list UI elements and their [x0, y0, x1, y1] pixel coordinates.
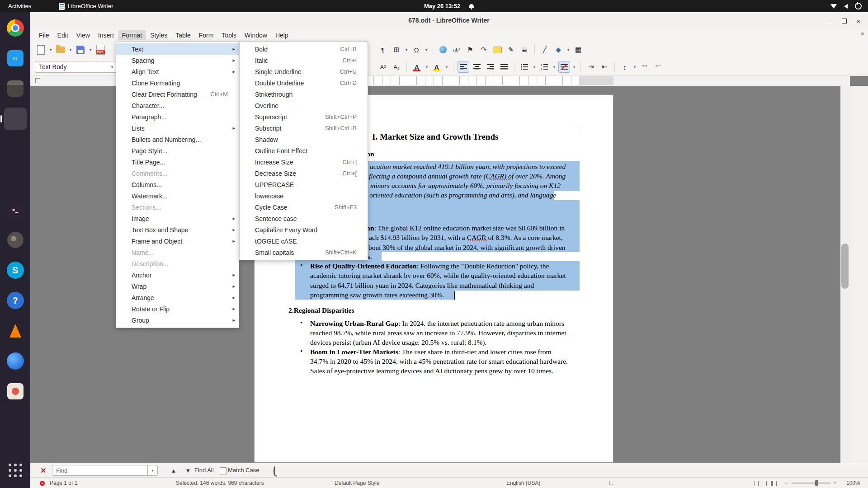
unordered-list-button[interactable] — [519, 61, 530, 73]
tab-stop-selector[interactable] — [35, 78, 40, 83]
zoom-slider-track[interactable] — [792, 483, 830, 483]
show-track-changes-button[interactable]: ≣ — [519, 44, 530, 56]
decrease-paragraph-spacing-button[interactable]: ≡⁻ — [652, 61, 664, 73]
new-document-button[interactable] — [35, 44, 47, 56]
text-submenu-item[interactable]: Decrease Size Ctrl+[ — [240, 168, 368, 179]
activities-button[interactable]: Activities — [8, 0, 31, 12]
format-menu-item[interactable]: Group — [116, 314, 239, 326]
text-submenu-item[interactable]: Superscript Shift+Ctrl+P — [240, 111, 368, 122]
insert-special-character-button[interactable]: Ω — [410, 44, 422, 56]
sidebar-page-icon[interactable] — [852, 180, 867, 195]
formatting-marks-button[interactable]: ¶ — [377, 44, 389, 56]
menu-view[interactable]: View — [72, 30, 94, 40]
insert-hyperlink-button[interactable] — [437, 44, 449, 56]
open-button[interactable] — [55, 44, 66, 56]
justify-button[interactable] — [498, 61, 510, 73]
text-submenu-item[interactable]: Shadow — [240, 134, 368, 145]
maximize-button[interactable] — [839, 16, 849, 26]
menu-window[interactable]: Window — [241, 30, 271, 40]
sidebar-inspector-icon[interactable] — [852, 199, 867, 213]
system-tray[interactable] — [830, 0, 862, 12]
zoom-level[interactable]: 100% — [846, 478, 860, 488]
text-submenu-item[interactable]: Single Underline Ctrl+U — [240, 66, 368, 77]
single-page-view-button[interactable] — [755, 478, 760, 488]
text-submenu-item[interactable]: Bold Ctrl+B — [240, 43, 368, 55]
document-close-icon[interactable]: × — [860, 30, 864, 38]
superscript-button[interactable]: A² — [377, 61, 389, 73]
highlight-color-dropdown[interactable]: ▾ — [444, 65, 449, 69]
line-spacing-dropdown[interactable]: ▾ — [632, 65, 637, 69]
zoom-in-button[interactable]: + — [833, 478, 836, 488]
format-menu-item[interactable]: Title Page... — [116, 156, 239, 168]
text-submenu-item[interactable]: Increase Size Ctrl+] — [240, 156, 368, 168]
text-submenu-item[interactable]: UPPERCASE — [240, 179, 368, 190]
insert-bookmark-button[interactable]: ⚑ — [464, 44, 476, 56]
dock-browser-icon[interactable] — [4, 350, 27, 372]
word-count[interactable]: Selected: 146 words, 969 characters — [176, 478, 264, 488]
find-previous-button[interactable]: ▲ — [168, 465, 179, 475]
format-menu-item[interactable]: Rotate or Flip — [116, 303, 239, 314]
special-character-dropdown[interactable]: ▾ — [424, 48, 429, 52]
find-all-button[interactable]: Find All — [194, 463, 214, 478]
text-submenu-item[interactable]: Double Underline Ctrl+D — [240, 77, 368, 89]
text-submenu-item[interactable]: Italic Ctrl+I — [240, 55, 368, 66]
find-and-replace-button[interactable] — [274, 467, 275, 475]
dock-software-icon[interactable] — [4, 380, 27, 403]
text-submenu-item[interactable]: Overline — [240, 100, 368, 111]
format-menu-item[interactable]: Text — [116, 43, 239, 55]
format-menu-item[interactable]: Bullets and Numbering... — [116, 134, 239, 145]
multi-page-view-button[interactable] — [763, 478, 769, 488]
menu-help[interactable]: Help — [271, 30, 292, 40]
line-spacing-button[interactable]: ↕ — [619, 61, 631, 73]
menu-table[interactable]: Table — [171, 30, 194, 40]
sidebar-styles-icon[interactable] — [852, 125, 867, 139]
text-submenu-item[interactable]: Outline Font Effect — [240, 145, 368, 156]
format-menu-item[interactable]: Wrap — [116, 281, 239, 292]
clock[interactable]: May 26 13:52 — [424, 3, 460, 9]
increase-indent-button[interactable]: ⇥ — [585, 61, 597, 73]
dock-vscode-icon[interactable]: ‹› — [4, 47, 27, 70]
text-submenu-item[interactable]: Sentence case — [240, 213, 368, 224]
dock-calc-icon[interactable] — [4, 138, 27, 160]
export-pdf-button[interactable] — [94, 44, 106, 56]
close-button[interactable]: × — [854, 16, 863, 26]
ordered-list-button[interactable]: 12 — [538, 61, 550, 73]
dock-writer-icon[interactable] — [4, 108, 27, 130]
format-menu-item[interactable]: Frame and Object — [116, 235, 239, 247]
zoom-out-button[interactable]: − — [784, 478, 788, 488]
dock-terminal-icon[interactable]: >_ — [4, 198, 27, 221]
dock-show-apps-icon[interactable] — [4, 459, 27, 482]
align-center-button[interactable] — [471, 61, 483, 73]
new-document-dropdown[interactable]: ▾ — [48, 48, 53, 52]
format-menu-item[interactable]: Spacing — [116, 55, 239, 66]
format-menu-item[interactable]: Watermark... — [116, 190, 239, 202]
format-menu-item[interactable]: Image — [116, 213, 239, 224]
dock-gimp-icon[interactable] — [4, 229, 27, 251]
no-list-button[interactable] — [558, 61, 570, 73]
align-right-button[interactable] — [485, 61, 496, 73]
unordered-list-dropdown[interactable]: ▾ — [532, 65, 537, 69]
focused-app-indicator[interactable]: LibreOffice Writer — [59, 0, 113, 12]
find-history-dropdown[interactable]: ▾ — [148, 465, 158, 476]
subscript-button[interactable]: A₂ — [391, 61, 402, 73]
font-color-button[interactable]: A — [411, 61, 423, 73]
insert-mode-indicator[interactable]: I.. — [609, 478, 613, 488]
dock-chrome-icon[interactable] — [4, 17, 27, 39]
format-menu-item[interactable]: Arrange — [116, 292, 239, 303]
highlight-color-button[interactable]: A — [431, 61, 443, 73]
dock-files-icon[interactable] — [4, 77, 27, 100]
ordered-list-dropdown[interactable]: ▾ — [552, 65, 557, 69]
insert-comment-button[interactable] — [491, 44, 503, 56]
insert-footnote-button[interactable]: ab¹ — [451, 44, 462, 56]
menu-insert[interactable]: Insert — [94, 30, 118, 40]
find-close-button[interactable]: ✕ — [38, 465, 48, 475]
save-dropdown[interactable]: ▾ — [88, 48, 93, 52]
dock-help-icon[interactable]: ? — [4, 289, 27, 312]
dock-skype-icon[interactable]: S — [4, 259, 27, 282]
increase-paragraph-spacing-button[interactable]: ≡⁺ — [639, 61, 651, 73]
format-menu-item[interactable]: Anchor — [116, 269, 239, 281]
menu-file[interactable]: File — [35, 30, 53, 40]
insert-table-button[interactable]: ⊞ — [391, 44, 402, 56]
find-input[interactable] — [52, 465, 148, 476]
text-submenu-item[interactable]: Subscript Shift+Ctrl+B — [240, 122, 368, 134]
